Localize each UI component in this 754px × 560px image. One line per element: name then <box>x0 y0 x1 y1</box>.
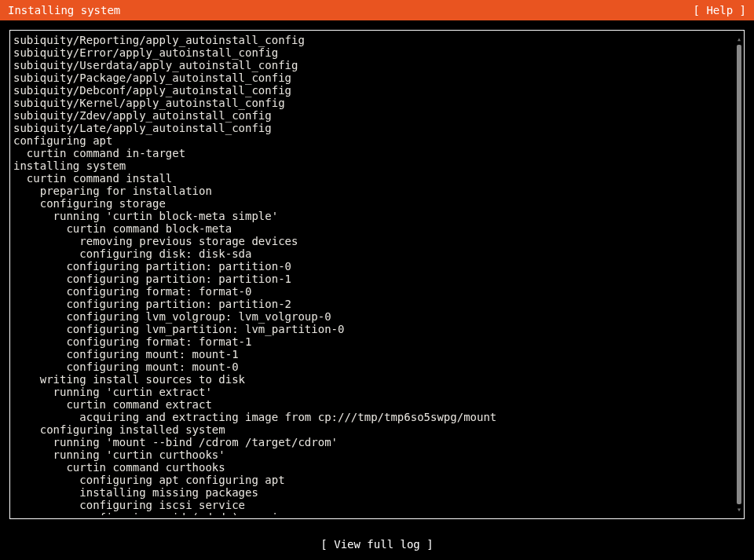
scroll-up-icon[interactable]: ▴ <box>736 35 742 43</box>
installer-screen: Installing system [ Help ] subiquity/Rep… <box>0 0 754 560</box>
log-box: subiquity/Reporting/apply_autoinstall_co… <box>9 30 745 519</box>
help-button[interactable]: [ Help ] <box>694 4 746 16</box>
scroll-down-icon[interactable]: ▾ <box>736 506 742 514</box>
page-title: Installing system <box>8 4 120 16</box>
log-content: subiquity/Reporting/apply_autoinstall_co… <box>13 34 739 515</box>
view-full-log-button[interactable]: [ View full log ] <box>320 538 433 551</box>
titlebar: Installing system [ Help ] <box>0 0 754 20</box>
scrollbar-thumb[interactable] <box>737 45 741 504</box>
footer: [ View full log ] <box>0 529 754 560</box>
scrollbar[interactable]: ▴ ▾ <box>736 35 742 514</box>
log-area: subiquity/Reporting/apply_autoinstall_co… <box>0 20 754 529</box>
